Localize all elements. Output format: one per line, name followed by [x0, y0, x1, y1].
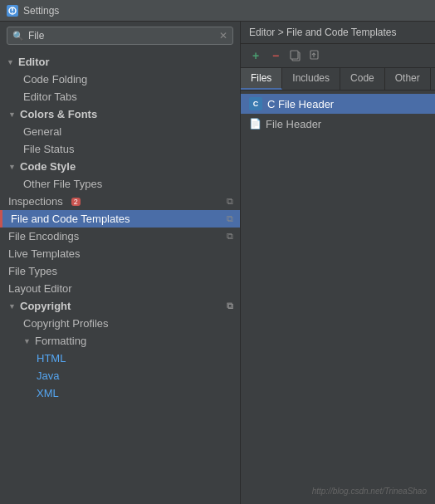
file-item-label: C File Header	[267, 98, 334, 110]
sidebar-item-label: File Encodings	[8, 230, 79, 242]
sidebar-item-label: File Types	[8, 265, 57, 277]
settings-tree: Editor Code Folding Editor Tabs Colors &…	[0, 50, 240, 504]
sidebar-item-label: Copyright Profiles	[23, 317, 109, 330]
breadcrumb: Editor > File and Code Templates	[241, 22, 435, 44]
sidebar-item-label: Editor	[18, 56, 50, 68]
expand-icon	[8, 110, 17, 119]
sidebar-item-formatting[interactable]: Formatting	[0, 332, 240, 350]
sidebar-item-label: Colors & Fonts	[20, 108, 97, 120]
sidebar-item-xml[interactable]: XML	[0, 384, 240, 402]
remove-button[interactable]: −	[267, 47, 284, 64]
app-icon	[7, 5, 18, 17]
sidebar-item-java[interactable]: Java	[0, 367, 240, 384]
sidebar-item-label: Copyright	[20, 300, 71, 312]
sidebar-item-label: Live Templates	[8, 247, 80, 260]
sidebar-item-code-folding[interactable]: Code Folding	[0, 71, 240, 88]
copy-icon: ⧉	[227, 213, 233, 224]
title-bar-text: Settings	[23, 5, 59, 17]
search-clear-button[interactable]: ✕	[219, 30, 227, 42]
copy-icon: ⧉	[227, 301, 233, 311]
sidebar-item-copyright-profiles[interactable]: Copyright Profiles	[0, 315, 240, 332]
sidebar-item-label: Code Folding	[23, 73, 87, 86]
toolbar: + −	[241, 44, 435, 68]
left-panel: 🔍 ✕ Editor Code Folding Editor Tabs Colo…	[0, 22, 241, 504]
sidebar-item-file-types[interactable]: File Types	[0, 262, 240, 280]
expand-icon	[8, 163, 17, 171]
sidebar-item-file-and-code-templates[interactable]: File and Code Templates ⧉	[0, 210, 240, 228]
sidebar-item-code-style[interactable]: Code Style	[0, 158, 240, 175]
title-bar: Settings	[0, 0, 435, 22]
main-layout: 🔍 ✕ Editor Code Folding Editor Tabs Colo…	[0, 22, 435, 504]
sidebar-item-layout-editor[interactable]: Layout Editor	[0, 280, 240, 297]
tab-includes[interactable]: Includes	[282, 68, 340, 90]
copy-button[interactable]	[287, 47, 304, 64]
inspections-badge: 2	[71, 198, 81, 206]
sidebar-item-inspections[interactable]: Inspections 2 ⧉	[0, 193, 240, 210]
expand-icon	[23, 337, 32, 345]
search-box: 🔍 ✕	[7, 27, 233, 45]
list-item-c-file-header[interactable]: C C File Header	[241, 94, 435, 114]
right-panel: Editor > File and Code Templates + −	[241, 22, 435, 504]
sidebar-item-live-templates[interactable]: Live Templates	[0, 245, 240, 262]
sidebar-item-other-file-types[interactable]: Other File Types	[0, 175, 240, 193]
copy-icon: ⧉	[227, 196, 233, 207]
file-item-label: File Header	[266, 118, 321, 130]
sidebar-item-label: XML	[37, 387, 59, 399]
sidebar-item-copyright[interactable]: Copyright ⧉	[0, 297, 240, 315]
c-file-icon: C	[249, 97, 262, 110]
sidebar-item-label: Layout Editor	[8, 282, 72, 295]
search-icon: 🔍	[12, 31, 24, 42]
sidebar-item-label: Formatting	[35, 335, 86, 347]
doc-file-icon: 📄	[249, 117, 261, 130]
sidebar-item-file-encodings[interactable]: File Encodings ⧉	[0, 228, 240, 245]
sidebar-item-label: HTML	[37, 352, 66, 365]
list-item-file-header[interactable]: 📄 File Header	[241, 114, 435, 134]
watermark: http://blog.csdn.net/TrineaShao	[312, 487, 427, 496]
sidebar-item-label: File Status	[23, 143, 74, 155]
tab-other[interactable]: Other	[385, 68, 431, 90]
tab-code[interactable]: Code	[340, 68, 385, 90]
export-button[interactable]	[307, 47, 324, 64]
sidebar-item-editor[interactable]: Editor	[0, 53, 240, 71]
expand-icon	[8, 302, 17, 311]
copy-icon: ⧉	[227, 231, 233, 242]
sidebar-item-label: Inspections	[8, 195, 63, 208]
expand-icon	[7, 58, 15, 66]
sidebar-item-html[interactable]: HTML	[0, 350, 240, 367]
sidebar-item-general[interactable]: General	[0, 123, 240, 140]
search-input[interactable]	[28, 30, 215, 42]
sidebar-item-label: File and Code Templates	[11, 213, 130, 225]
tab-files[interactable]: Files	[241, 68, 282, 90]
sidebar-item-label: General	[23, 125, 61, 138]
file-list: C C File Header 📄 File Header	[241, 91, 435, 504]
breadcrumb-text: Editor > File and Code Templates	[249, 27, 397, 38]
svg-rect-4	[291, 51, 298, 59]
sidebar-item-file-status[interactable]: File Status	[0, 140, 240, 158]
sidebar-item-label: Code Style	[20, 160, 76, 173]
sidebar-item-label: Editor Tabs	[23, 91, 77, 103]
sidebar-item-label: Other File Types	[23, 178, 102, 190]
svg-point-2	[12, 12, 13, 13]
content-tabs: Files Includes Code Other	[241, 68, 435, 91]
sidebar-item-editor-tabs[interactable]: Editor Tabs	[0, 88, 240, 105]
sidebar-item-colors-fonts[interactable]: Colors & Fonts	[0, 105, 240, 123]
sidebar-item-label: Java	[37, 369, 59, 382]
add-button[interactable]: +	[247, 47, 264, 64]
